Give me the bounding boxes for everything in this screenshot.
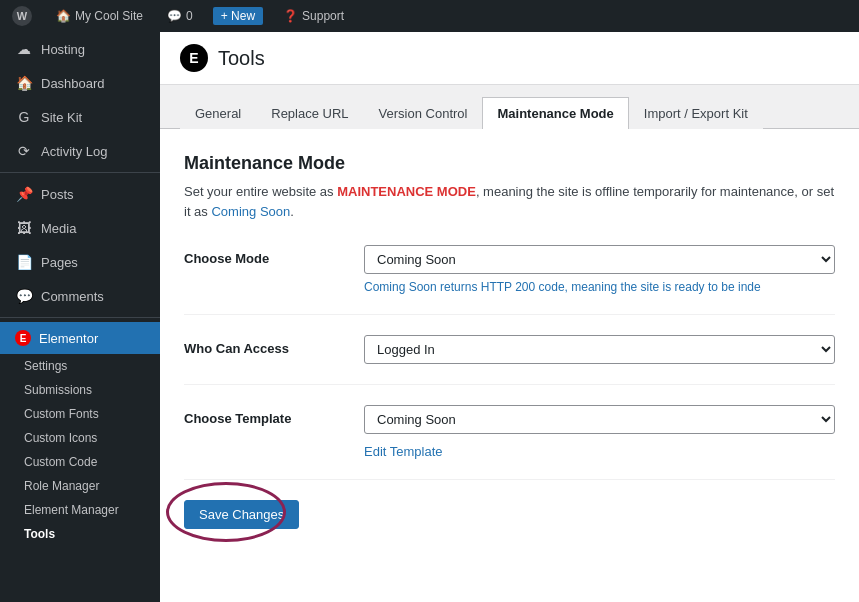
sitekit-icon: G bbox=[15, 108, 33, 126]
support-label: Support bbox=[302, 9, 344, 23]
tab-general[interactable]: General bbox=[180, 97, 256, 129]
sidebar-item-elementor[interactable]: E Elementor bbox=[0, 322, 160, 354]
who-can-access-label: Who Can Access bbox=[184, 335, 364, 356]
sidebar: ☁ Hosting 🏠 Dashboard G Site Kit ⟳ Activ… bbox=[0, 32, 160, 602]
sidebar-item-pages[interactable]: 📄 Pages bbox=[0, 245, 160, 279]
desc-plain: Set your entire website as bbox=[184, 184, 337, 199]
choose-template-select[interactable]: Coming Soon Default Custom bbox=[364, 405, 835, 434]
new-button[interactable]: + New bbox=[213, 7, 263, 25]
choose-mode-hint: Coming Soon returns HTTP 200 code, meani… bbox=[364, 280, 835, 294]
comments-sidebar-icon: 💬 bbox=[15, 287, 33, 305]
sidebar-posts-label: Posts bbox=[41, 187, 74, 202]
sidebar-sub-custom-code[interactable]: Custom Code bbox=[0, 450, 160, 474]
sidebar-divider-2 bbox=[0, 317, 160, 318]
sidebar-sub-settings-label: Settings bbox=[24, 359, 67, 373]
save-changes-button[interactable]: Save Changes bbox=[184, 500, 299, 529]
site-name-item[interactable]: 🏠 My Cool Site bbox=[52, 9, 147, 23]
sidebar-item-dashboard[interactable]: 🏠 Dashboard bbox=[0, 66, 160, 100]
desc-highlight: MAINTENANCE MODE bbox=[337, 184, 476, 199]
home-icon: 🏠 bbox=[56, 9, 71, 23]
support-item[interactable]: ❓ Support bbox=[279, 9, 348, 23]
sidebar-sitekit-label: Site Kit bbox=[41, 110, 82, 125]
sidebar-item-hosting[interactable]: ☁ Hosting bbox=[0, 32, 160, 66]
desc-end: . bbox=[290, 204, 294, 219]
tools-header: E Tools bbox=[160, 32, 859, 85]
media-icon: 🖼 bbox=[15, 219, 33, 237]
sidebar-comments-label: Comments bbox=[41, 289, 104, 304]
sidebar-sub-custom-code-label: Custom Code bbox=[24, 455, 97, 469]
choose-mode-field: Coming Soon Maintenance Coming Soon retu… bbox=[364, 245, 835, 294]
sidebar-item-posts[interactable]: 📌 Posts bbox=[0, 177, 160, 211]
sidebar-sub-submissions[interactable]: Submissions bbox=[0, 378, 160, 402]
site-name: My Cool Site bbox=[75, 9, 143, 23]
main-layout: ☁ Hosting 🏠 Dashboard G Site Kit ⟳ Activ… bbox=[0, 32, 859, 602]
pages-icon: 📄 bbox=[15, 253, 33, 271]
save-area: Save Changes bbox=[184, 500, 835, 529]
sidebar-sub-custom-fonts-label: Custom Fonts bbox=[24, 407, 99, 421]
posts-icon: 📌 bbox=[15, 185, 33, 203]
tab-maintenance-mode[interactable]: Maintenance Mode bbox=[482, 97, 628, 129]
sidebar-sub-settings[interactable]: Settings bbox=[0, 354, 160, 378]
sidebar-sub-role-manager[interactable]: Role Manager bbox=[0, 474, 160, 498]
comments-icon: 💬 bbox=[167, 9, 182, 23]
sidebar-sub-custom-icons[interactable]: Custom Icons bbox=[0, 426, 160, 450]
sidebar-divider-1 bbox=[0, 172, 160, 173]
comments-count: 0 bbox=[186, 9, 193, 23]
sidebar-item-activitylog[interactable]: ⟳ Activity Log bbox=[0, 134, 160, 168]
tab-version-control[interactable]: Version Control bbox=[364, 97, 483, 129]
desc-link[interactable]: Coming Soon bbox=[211, 204, 290, 219]
sidebar-item-sitekit[interactable]: G Site Kit bbox=[0, 100, 160, 134]
tab-replace-url[interactable]: Replace URL bbox=[256, 97, 363, 129]
elementor-sidebar-icon: E bbox=[15, 330, 31, 346]
wp-logo-item[interactable]: W bbox=[8, 6, 36, 26]
content-area: E Tools General Replace URL Version Cont… bbox=[160, 32, 859, 602]
sidebar-item-comments[interactable]: 💬 Comments bbox=[0, 279, 160, 313]
sidebar-activitylog-label: Activity Log bbox=[41, 144, 107, 159]
sidebar-dashboard-label: Dashboard bbox=[41, 76, 105, 91]
comments-item[interactable]: 💬 0 bbox=[163, 9, 197, 23]
who-can-access-select[interactable]: Logged In Everyone Administrators bbox=[364, 335, 835, 364]
support-icon: ❓ bbox=[283, 9, 298, 23]
sidebar-media-label: Media bbox=[41, 221, 76, 236]
hosting-icon: ☁ bbox=[15, 40, 33, 58]
sidebar-sub-role-manager-label: Role Manager bbox=[24, 479, 99, 493]
sidebar-elementor-label: Elementor bbox=[39, 331, 98, 346]
sidebar-sub-custom-icons-label: Custom Icons bbox=[24, 431, 97, 445]
edit-template-link[interactable]: Edit Template bbox=[364, 444, 835, 459]
choose-mode-row: Choose Mode Coming Soon Maintenance Comi… bbox=[184, 245, 835, 315]
page-title: Tools bbox=[218, 47, 265, 70]
who-can-access-row: Who Can Access Logged In Everyone Admini… bbox=[184, 335, 835, 385]
sidebar-sub-tools[interactable]: Tools bbox=[0, 522, 160, 546]
sidebar-sub-element-manager[interactable]: Element Manager bbox=[0, 498, 160, 522]
choose-template-field: Coming Soon Default Custom Edit Template bbox=[364, 405, 835, 459]
main-panel: Maintenance Mode Set your entire website… bbox=[160, 129, 859, 602]
sidebar-sub-submissions-label: Submissions bbox=[24, 383, 92, 397]
sidebar-hosting-label: Hosting bbox=[41, 42, 85, 57]
choose-mode-select[interactable]: Coming Soon Maintenance bbox=[364, 245, 835, 274]
who-can-access-field: Logged In Everyone Administrators bbox=[364, 335, 835, 364]
dashboard-icon: 🏠 bbox=[15, 74, 33, 92]
activitylog-icon: ⟳ bbox=[15, 142, 33, 160]
sidebar-sub-element-manager-label: Element Manager bbox=[24, 503, 119, 517]
choose-template-row: Choose Template Coming Soon Default Cust… bbox=[184, 405, 835, 480]
choose-mode-label: Choose Mode bbox=[184, 245, 364, 266]
sidebar-pages-label: Pages bbox=[41, 255, 78, 270]
wp-logo-icon: W bbox=[12, 6, 32, 26]
sidebar-sub-tools-label: Tools bbox=[24, 527, 55, 541]
section-description: Set your entire website as MAINTENANCE M… bbox=[184, 182, 835, 221]
section-title: Maintenance Mode bbox=[184, 153, 835, 174]
sidebar-sub-custom-fonts[interactable]: Custom Fonts bbox=[0, 402, 160, 426]
sidebar-item-media[interactable]: 🖼 Media bbox=[0, 211, 160, 245]
tabs-bar: General Replace URL Version Control Main… bbox=[160, 85, 859, 129]
top-bar: W 🏠 My Cool Site 💬 0 + New ❓ Support bbox=[0, 0, 859, 32]
tab-import-export[interactable]: Import / Export Kit bbox=[629, 97, 763, 129]
elementor-logo: E bbox=[180, 44, 208, 72]
new-label: + New bbox=[221, 9, 255, 23]
choose-template-label: Choose Template bbox=[184, 405, 364, 426]
